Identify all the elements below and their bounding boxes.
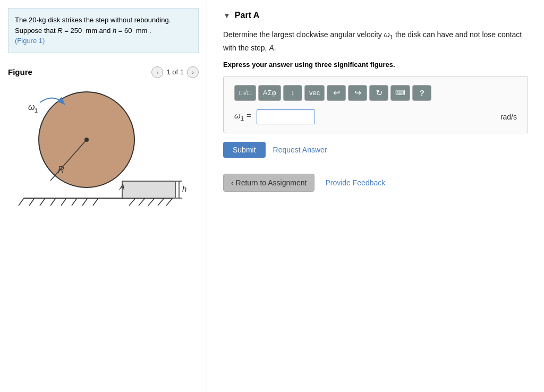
vec-btn[interactable]: vec [304,85,325,101]
answer-input[interactable] [257,109,315,124]
arrows-icon: ↕ [291,89,295,97]
greek-btn[interactable]: ΑΣφ [258,85,281,101]
svg-line-7 [82,198,88,206]
svg-line-2 [29,198,35,206]
svg-line-12 [148,198,155,206]
problem-description: Determine the largest clockwise angular … [223,29,528,54]
svg-line-6 [72,198,77,206]
vec-icon: vec [309,89,320,97]
help-btn[interactable]: ? [412,85,431,101]
reset-btn[interactable]: ↻ [369,85,388,101]
svg-line-10 [129,198,135,206]
question-icon: ? [420,88,424,97]
unit-label: rad/s [500,113,517,121]
svg-line-4 [50,198,56,206]
undo-icon: ↩ [333,88,340,98]
arrows-btn[interactable]: ↕ [283,85,302,101]
keyboard-icon: ⌨ [395,89,405,97]
figure-header: Figure ‹ 1 of 1 › [8,66,199,78]
submit-button[interactable]: Submit [223,142,266,158]
svg-text:R: R [58,165,64,174]
redo-icon: ↪ [354,88,361,98]
formula-btn[interactable]: □√□ [234,85,256,101]
figure-ref[interactable]: (Figure 1) [15,37,45,45]
figure-prev-btn[interactable]: ‹ [151,66,163,78]
part-title: Part A [235,11,260,20]
request-answer-link[interactable]: Request Answer [273,146,327,154]
svg-text:h: h [182,184,186,193]
left-panel: The 20-kg disk strikes the step without … [0,0,207,392]
right-panel: ▼ Part A Determine the largest clockwise… [207,0,544,392]
provide-feedback-link[interactable]: Provide Feedback [325,178,385,187]
omega-label: ω1 = [234,111,251,122]
formula-icon: □√□ [239,89,251,97]
svg-text:A: A [119,182,125,191]
figure-title: Figure [8,67,32,76]
figure-counter: 1 of 1 [166,68,184,76]
svg-text:1: 1 [35,107,38,114]
svg-line-3 [40,198,45,206]
reset-icon: ↻ [376,88,382,98]
part-header: ▼ Part A [223,11,528,20]
svg-rect-9 [122,181,175,198]
keyboard-btn[interactable]: ⌨ [390,85,410,101]
svg-line-5 [61,198,66,206]
svg-line-14 [166,198,173,206]
problem-text-line1: The 20-kg disk strikes the step without … [15,16,171,24]
collapse-arrow[interactable]: ▼ [223,11,231,20]
figure-section: Figure ‹ 1 of 1 › [0,61,207,393]
toolbar: □√□ ΑΣφ ↕ vec ↩ ↪ ↻ ⌨ ? [234,85,517,101]
svg-line-13 [158,198,164,206]
express-instruction: Express your answer using three signific… [223,61,528,69]
action-row: Submit Request Answer [223,142,528,158]
undo-btn[interactable]: ↩ [327,85,346,101]
svg-line-11 [139,198,145,206]
svg-text:ω: ω [28,103,35,112]
greek-icon: ΑΣφ [263,89,276,97]
bottom-row: ‹ Return to Assignment Provide Feedback [223,174,528,192]
figure-diagram: R ω 1 A h [8,82,199,231]
answer-box: □√□ ΑΣφ ↕ vec ↩ ↪ ↻ ⌨ ? [223,76,528,133]
problem-statement: The 20-kg disk strikes the step without … [8,8,199,53]
redo-btn[interactable]: ↪ [348,85,367,101]
problem-text-line2: Suppose that R = 250 mm and h = 60 mm . [15,27,151,35]
figure-nav: ‹ 1 of 1 › [151,66,199,78]
input-row: ω1 = rad/s [234,109,517,124]
figure-next-btn[interactable]: › [187,66,199,78]
svg-line-8 [93,198,98,206]
return-to-assignment-button[interactable]: ‹ Return to Assignment [223,174,314,192]
svg-line-1 [19,198,24,206]
